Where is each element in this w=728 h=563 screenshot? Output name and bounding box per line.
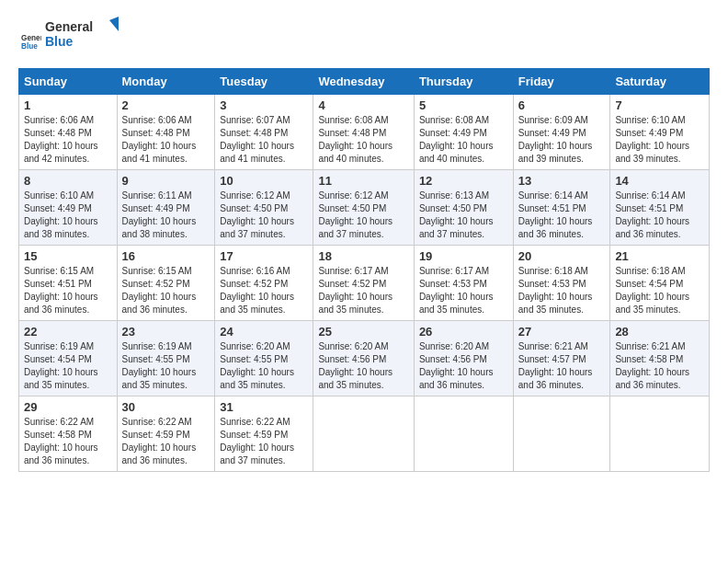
daylight-label: Daylight: 10 hours and 36 minutes. xyxy=(419,367,494,390)
sunrise-label: Sunrise: 6:12 AM xyxy=(318,190,388,201)
day-info: Sunrise: 6:19 AM Sunset: 4:54 PM Dayligh… xyxy=(24,340,112,392)
sunrise-label: Sunrise: 6:22 AM xyxy=(24,417,94,427)
daylight-label: Daylight: 10 hours and 38 minutes. xyxy=(24,216,98,239)
sunrise-label: Sunrise: 6:20 AM xyxy=(318,341,388,351)
day-cell: 18 Sunrise: 6:17 AM Sunset: 4:52 PM Dayl… xyxy=(313,246,414,321)
page: General Blue General Blue SundayMondayTu… xyxy=(0,0,728,563)
daylight-label: Daylight: 10 hours and 37 minutes. xyxy=(220,216,294,239)
day-info: Sunrise: 6:21 AM Sunset: 4:58 PM Dayligh… xyxy=(615,340,704,392)
week-row-1: 1 Sunrise: 6:06 AM Sunset: 4:48 PM Dayli… xyxy=(19,95,710,170)
sunset-label: Sunset: 4:58 PM xyxy=(24,430,92,440)
sunset-label: Sunset: 4:57 PM xyxy=(518,354,586,364)
logo: General Blue General Blue xyxy=(18,17,119,55)
daylight-label: Daylight: 10 hours and 36 minutes. xyxy=(24,442,98,465)
sunset-label: Sunset: 4:51 PM xyxy=(24,279,92,289)
day-info: Sunrise: 6:15 AM Sunset: 4:51 PM Dayligh… xyxy=(24,265,112,316)
sunset-label: Sunset: 4:52 PM xyxy=(318,279,386,289)
sunrise-label: Sunrise: 6:19 AM xyxy=(24,341,94,351)
day-number: 23 xyxy=(122,325,210,339)
daylight-label: Daylight: 10 hours and 40 minutes. xyxy=(419,141,494,164)
sunset-label: Sunset: 4:51 PM xyxy=(518,203,586,213)
daylight-label: Daylight: 10 hours and 36 minutes. xyxy=(122,442,197,465)
day-info: Sunrise: 6:10 AM Sunset: 4:49 PM Dayligh… xyxy=(615,114,704,166)
day-info: Sunrise: 6:20 AM Sunset: 4:55 PM Dayligh… xyxy=(220,340,308,392)
sunrise-label: Sunrise: 6:16 AM xyxy=(220,266,290,276)
daylight-label: Daylight: 10 hours and 36 minutes. xyxy=(615,367,689,390)
sunrise-label: Sunrise: 6:22 AM xyxy=(220,417,290,427)
column-header-sunday: Sunday xyxy=(19,69,118,95)
sunrise-label: Sunrise: 6:21 AM xyxy=(615,341,685,351)
sunset-label: Sunset: 4:53 PM xyxy=(518,279,586,289)
calendar-table: SundayMondayTuesdayWednesdayThursdayFrid… xyxy=(18,68,710,472)
day-cell: 9 Sunrise: 6:11 AM Sunset: 4:49 PM Dayli… xyxy=(117,170,215,246)
header: General Blue General Blue xyxy=(18,17,710,55)
sunrise-label: Sunrise: 6:18 AM xyxy=(518,266,588,276)
day-cell: 27 Sunrise: 6:21 AM Sunset: 4:57 PM Dayl… xyxy=(513,321,610,396)
day-number: 29 xyxy=(24,400,112,414)
daylight-label: Daylight: 10 hours and 41 minutes. xyxy=(122,141,197,164)
sunset-label: Sunset: 4:50 PM xyxy=(220,203,288,213)
day-number: 20 xyxy=(518,249,606,263)
sunset-label: Sunset: 4:54 PM xyxy=(24,354,92,364)
day-cell: 28 Sunrise: 6:21 AM Sunset: 4:58 PM Dayl… xyxy=(610,321,710,396)
daylight-label: Daylight: 10 hours and 36 minutes. xyxy=(615,216,689,239)
day-number: 19 xyxy=(419,249,508,263)
sunrise-label: Sunrise: 6:07 AM xyxy=(220,115,290,125)
day-cell: 20 Sunrise: 6:18 AM Sunset: 4:53 PM Dayl… xyxy=(513,246,610,321)
day-cell: 19 Sunrise: 6:17 AM Sunset: 4:53 PM Dayl… xyxy=(414,246,513,321)
svg-text:General: General xyxy=(45,19,93,34)
sunrise-label: Sunrise: 6:15 AM xyxy=(24,266,94,276)
day-cell: 12 Sunrise: 6:13 AM Sunset: 4:50 PM Dayl… xyxy=(414,170,513,246)
daylight-label: Daylight: 10 hours and 36 minutes. xyxy=(518,216,593,239)
day-info: Sunrise: 6:16 AM Sunset: 4:52 PM Dayligh… xyxy=(220,265,308,316)
column-header-saturday: Saturday xyxy=(610,69,710,95)
day-number: 27 xyxy=(518,325,606,339)
day-number: 28 xyxy=(615,325,704,339)
sunrise-label: Sunrise: 6:06 AM xyxy=(24,115,94,125)
sunset-label: Sunset: 4:48 PM xyxy=(220,128,288,138)
sunrise-label: Sunrise: 6:09 AM xyxy=(518,115,588,125)
column-header-friday: Friday xyxy=(513,69,610,95)
day-number: 13 xyxy=(518,174,606,188)
day-cell: 14 Sunrise: 6:14 AM Sunset: 4:51 PM Dayl… xyxy=(610,170,710,246)
sunrise-label: Sunrise: 6:19 AM xyxy=(122,341,192,351)
day-cell: 2 Sunrise: 6:06 AM Sunset: 4:48 PM Dayli… xyxy=(117,95,215,170)
day-cell: 30 Sunrise: 6:22 AM Sunset: 4:59 PM Dayl… xyxy=(117,396,215,472)
day-number: 1 xyxy=(24,98,112,112)
day-number: 24 xyxy=(220,325,308,339)
daylight-label: Daylight: 10 hours and 36 minutes. xyxy=(518,367,593,390)
sunrise-label: Sunrise: 6:18 AM xyxy=(615,266,685,276)
sunset-label: Sunset: 4:49 PM xyxy=(419,128,487,138)
day-number: 6 xyxy=(518,98,606,112)
sunset-label: Sunset: 4:49 PM xyxy=(518,128,586,138)
sunrise-label: Sunrise: 6:13 AM xyxy=(419,190,489,201)
daylight-label: Daylight: 10 hours and 37 minutes. xyxy=(419,216,494,239)
day-number: 7 xyxy=(615,98,704,112)
day-info: Sunrise: 6:17 AM Sunset: 4:52 PM Dayligh… xyxy=(318,265,408,316)
sunset-label: Sunset: 4:50 PM xyxy=(318,203,386,213)
day-cell: 24 Sunrise: 6:20 AM Sunset: 4:55 PM Dayl… xyxy=(215,321,313,396)
sunset-label: Sunset: 4:48 PM xyxy=(122,128,190,138)
week-row-2: 8 Sunrise: 6:10 AM Sunset: 4:49 PM Dayli… xyxy=(19,170,710,246)
daylight-label: Daylight: 10 hours and 35 minutes. xyxy=(518,292,593,315)
daylight-label: Daylight: 10 hours and 35 minutes. xyxy=(318,367,392,390)
day-number: 11 xyxy=(318,174,408,188)
day-cell: 6 Sunrise: 6:09 AM Sunset: 4:49 PM Dayli… xyxy=(513,95,610,170)
column-header-thursday: Thursday xyxy=(414,69,513,95)
day-info: Sunrise: 6:06 AM Sunset: 4:48 PM Dayligh… xyxy=(122,114,210,166)
sunrise-label: Sunrise: 6:17 AM xyxy=(419,266,489,276)
calendar-header-row: SundayMondayTuesdayWednesdayThursdayFrid… xyxy=(19,69,710,95)
sunset-label: Sunset: 4:48 PM xyxy=(24,128,92,138)
day-info: Sunrise: 6:20 AM Sunset: 4:56 PM Dayligh… xyxy=(318,340,408,392)
week-row-5: 29 Sunrise: 6:22 AM Sunset: 4:58 PM Dayl… xyxy=(19,396,710,472)
sunset-label: Sunset: 4:51 PM xyxy=(615,203,683,213)
column-header-monday: Monday xyxy=(117,69,215,95)
sunset-label: Sunset: 4:49 PM xyxy=(24,203,92,213)
sunset-label: Sunset: 4:58 PM xyxy=(615,354,683,364)
day-info: Sunrise: 6:13 AM Sunset: 4:50 PM Dayligh… xyxy=(419,190,508,241)
day-number: 5 xyxy=(419,98,508,112)
day-cell: 26 Sunrise: 6:20 AM Sunset: 4:56 PM Dayl… xyxy=(414,321,513,396)
sunrise-label: Sunrise: 6:14 AM xyxy=(615,190,685,201)
sunset-label: Sunset: 4:50 PM xyxy=(419,203,487,213)
day-number: 12 xyxy=(419,174,508,188)
